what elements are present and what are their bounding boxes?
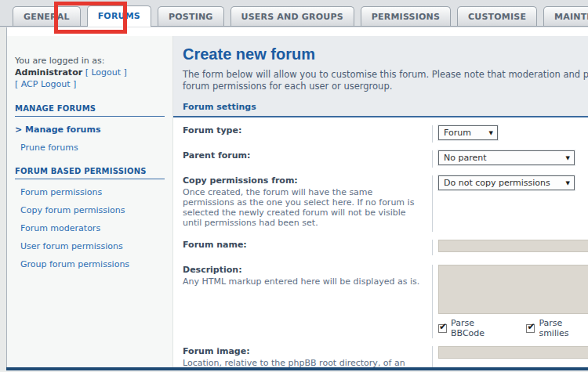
forum-name-input[interactable] <box>438 240 588 252</box>
sidebar-item-label[interactable]: Prune forums <box>20 143 78 153</box>
parent-forum-select[interactable]: No parent ▼ <box>438 150 575 165</box>
forum-settings-legend: Forum settings <box>183 102 256 112</box>
parent-forum-selected-value: No parent <box>444 153 487 163</box>
sidebar-item-label[interactable]: Forum moderators <box>20 223 100 233</box>
description-textarea[interactable] <box>438 265 588 314</box>
form-row-forum-type: Forum type: Forum ▼ <box>183 125 588 143</box>
login-info: You are logged in as: Administrator [ Lo… <box>15 55 169 90</box>
sidebar-section-forum-based-permissions: FORUM BASED PERMISSIONS <box>15 167 165 179</box>
tab-permissions[interactable]: PERMISSIONS <box>361 6 451 26</box>
copy-permissions-description: Once created, the forum will have the sa… <box>183 187 424 228</box>
admin-tab-bar: GENERAL FORUMS POSTING USERS AND GROUPS … <box>0 0 588 27</box>
tab-customise[interactable]: CUSTOMISE <box>457 6 537 26</box>
page-title: Create new forum <box>183 45 588 63</box>
parse-smilies-option[interactable]: ✔ Parse smilies <box>526 318 588 338</box>
sidebar-item-group-forum-permissions[interactable]: Group forum permissions <box>20 259 169 269</box>
tab-users-and-groups[interactable]: USERS AND GROUPS <box>230 6 354 26</box>
sidebar-item-label[interactable]: Forum permissions <box>20 187 102 197</box>
form-row-parent-forum: Parent forum: No parent ▼ <box>183 150 588 168</box>
parse-smilies-label: Parse smilies <box>539 318 588 338</box>
description-description: Any HTML markup entered here will be dis… <box>183 276 424 287</box>
form-row-description: Description: Any HTML markup entered her… <box>183 265 588 338</box>
forum-image-input[interactable] <box>438 346 588 359</box>
copy-permissions-label: Copy permissions from: <box>183 175 424 186</box>
checkmark-icon: ✔ <box>439 321 447 332</box>
forum-settings-form: Forum type: Forum ▼ Parent forum: No par… <box>173 117 588 372</box>
sidebar-item-forum-permissions[interactable]: Forum permissions <box>20 187 169 197</box>
sidebar-item-label[interactable]: User forum permissions <box>20 241 123 251</box>
main-content: Create new forum The form below will all… <box>173 36 588 367</box>
forum-type-select[interactable]: Forum ▼ <box>438 125 498 140</box>
form-row-forum-name: Forum name: <box>183 240 588 255</box>
active-item-marker: > <box>15 125 25 135</box>
sidebar-item-label[interactable]: Group forum permissions <box>20 259 129 269</box>
username: Administrator <box>15 67 82 78</box>
page-body: You are logged in as: Administrator [ Lo… <box>7 36 588 367</box>
parse-bbcode-label: Parse BBCode <box>451 318 509 338</box>
dropdown-arrow-icon: ▼ <box>489 130 493 136</box>
sidebar-item-prune-forums[interactable]: Prune forums <box>20 143 169 153</box>
forum-image-label: Forum image: <box>183 346 424 357</box>
tab-general[interactable]: GENERAL <box>13 6 81 26</box>
tab-posting[interactable]: POSTING <box>158 6 224 26</box>
sidebar-item-copy-forum-permissions[interactable]: Copy forum permissions <box>20 205 169 215</box>
description-label: Description: <box>183 265 424 276</box>
dropdown-arrow-icon: ▼ <box>566 180 570 186</box>
page-top-strip <box>0 27 588 36</box>
form-row-copy-permissions: Copy permissions from: Once created, the… <box>183 175 588 232</box>
dropdown-arrow-icon: ▼ <box>566 155 570 161</box>
sidebar-item-manage-forums[interactable]: > Manage forums <box>15 125 169 135</box>
forum-name-label: Forum name: <box>183 240 424 251</box>
sidebar-section-manage-forums: MANAGE FORUMS <box>15 104 165 117</box>
page-intro-line1: The form below will allow you to customi… <box>183 69 588 81</box>
parent-forum-label: Parent forum: <box>183 150 424 161</box>
parse-bbcode-option[interactable]: ✔ Parse BBCode <box>438 318 509 338</box>
page-intro-line2: forum permissions for each user or userg… <box>183 81 588 92</box>
forum-type-selected-value: Forum <box>444 128 471 138</box>
logout-link[interactable]: [ Logout ] <box>85 67 127 78</box>
tab-maintenance[interactable]: MAINTENANCE <box>543 6 588 26</box>
sidebar-item-label[interactable]: Manage forums <box>25 125 100 135</box>
parse-options: ✔ Parse BBCode ✔ Parse smilies <box>438 318 588 338</box>
forum-type-label: Forum type: <box>183 125 424 136</box>
logged-in-as-text: You are logged in as: <box>15 55 169 67</box>
page-header: Create new forum The form below will all… <box>173 36 588 117</box>
copy-permissions-selected-value: Do not copy permissions <box>444 178 550 188</box>
sidebar: You are logged in as: Administrator [ Lo… <box>7 36 173 367</box>
sidebar-item-user-forum-permissions[interactable]: User forum permissions <box>20 241 169 251</box>
sidebar-item-forum-moderators[interactable]: Forum moderators <box>20 223 169 233</box>
sidebar-item-label[interactable]: Copy forum permissions <box>20 205 125 215</box>
parse-smilies-checkbox[interactable]: ✔ <box>526 324 535 333</box>
page-left-margin <box>0 27 6 372</box>
acp-logout-link[interactable]: [ ACP Logout ] <box>15 79 76 89</box>
tab-forums[interactable]: FORUMS <box>87 5 151 27</box>
copy-permissions-select[interactable]: Do not copy permissions ▼ <box>438 175 575 190</box>
checkmark-icon: ✔ <box>527 321 535 332</box>
parse-bbcode-checkbox[interactable]: ✔ <box>438 324 447 333</box>
